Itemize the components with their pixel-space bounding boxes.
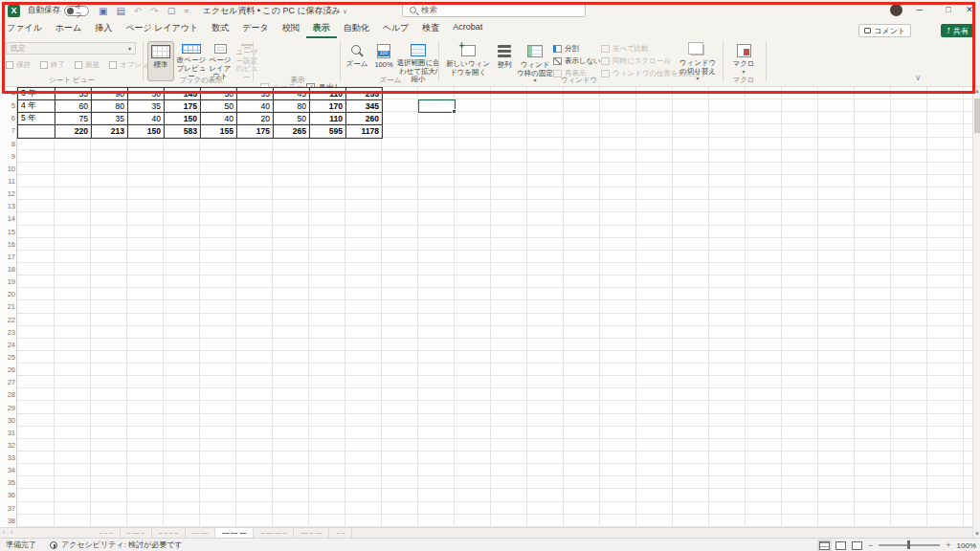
scroll-up-icon[interactable]: ▲: [973, 88, 980, 94]
menu-tab-データ[interactable]: データ: [235, 20, 275, 38]
row-header-18[interactable]: 18: [0, 263, 15, 276]
row-header-24[interactable]: 24: [0, 339, 15, 351]
cell-value[interactable]: 45: [274, 88, 310, 100]
row-header-23[interactable]: 23: [0, 326, 15, 339]
menu-tab-表示[interactable]: 表示: [306, 20, 337, 38]
save-icon[interactable]: ▣: [99, 6, 107, 16]
cell-value[interactable]: 595: [310, 125, 346, 138]
zoom-level[interactable]: 100%: [957, 541, 976, 550]
share-button[interactable]: ⤴ 共有: [941, 24, 974, 37]
row-header-20[interactable]: 20: [0, 288, 15, 300]
menu-tab-ホーム[interactable]: ホーム: [49, 20, 88, 38]
row-header-28[interactable]: 28: [0, 388, 15, 401]
cell-value[interactable]: 40: [201, 113, 237, 125]
customize-qat-icon[interactable]: =: [184, 6, 189, 15]
cell-value[interactable]: 50: [201, 100, 237, 113]
row-header-16[interactable]: 16: [0, 238, 15, 251]
menu-tab-挿入[interactable]: 挿入: [88, 20, 119, 38]
row-header-11[interactable]: 11: [0, 175, 15, 187]
cell-value[interactable]: 60: [56, 100, 92, 113]
cell-value[interactable]: 213: [92, 125, 128, 138]
scroll-down-icon[interactable]: ▼: [973, 531, 980, 537]
cell-value[interactable]: 75: [56, 113, 92, 125]
cell-value[interactable]: 145: [165, 88, 201, 100]
menu-tab-検査[interactable]: 検査: [415, 20, 446, 38]
row-header-33[interactable]: 33: [0, 452, 15, 464]
vertical-scrollbar[interactable]: ▲ ▼: [972, 87, 980, 538]
row-header-32[interactable]: 32: [0, 439, 15, 452]
row-header-15[interactable]: 15: [0, 226, 15, 238]
cell-value[interactable]: 175: [165, 100, 201, 113]
row-header-19[interactable]: 19: [0, 276, 15, 288]
cell-value[interactable]: 583: [165, 125, 201, 138]
zoom-out-icon[interactable]: −: [868, 540, 873, 550]
cell-value[interactable]: 170: [310, 100, 346, 113]
sheet-tab-8[interactable]: – –: [329, 528, 352, 538]
cell-value[interactable]: 110: [310, 113, 346, 125]
normal-view-icon[interactable]: [819, 541, 830, 550]
zoom-slider[interactable]: [879, 544, 940, 546]
comments-button[interactable]: コメント: [858, 24, 911, 37]
switch-windows-button[interactable]: ウィンドウの切り替え ▾: [676, 41, 720, 82]
row-header-13[interactable]: 13: [0, 200, 15, 212]
macros-button[interactable]: マクロ ▾: [727, 41, 760, 76]
cell-value[interactable]: 30: [128, 88, 165, 100]
cell-value[interactable]: 155: [201, 125, 237, 138]
row-header-29[interactable]: 29: [0, 402, 15, 414]
cell-value[interactable]: 255: [346, 88, 383, 100]
hide-button[interactable]: 表示しない: [553, 55, 601, 67]
menu-tab-Acrobat[interactable]: Acrobat: [446, 20, 489, 38]
row-header-22[interactable]: 22: [0, 314, 15, 326]
cell-value[interactable]: 40: [237, 100, 274, 113]
cell-value[interactable]: 80: [274, 100, 310, 113]
row-header-4[interactable]: 4: [0, 87, 15, 99]
zoom-slider-thumb[interactable]: [907, 540, 910, 549]
row-header-21[interactable]: 21: [0, 300, 15, 313]
row-header-34[interactable]: 34: [0, 464, 15, 476]
print-icon[interactable]: ▤: [116, 6, 124, 16]
cell-value[interactable]: 35: [92, 113, 128, 125]
zoom-zoom100-button[interactable]: 100%: [371, 41, 396, 70]
search-input[interactable]: 検索: [402, 3, 586, 17]
zoom-magnifier-button[interactable]: ズーム: [345, 41, 369, 69]
document-title[interactable]: エクセル資料 • この PC に保存済み ∨: [202, 5, 346, 17]
sheet-nav-left-icon[interactable]: ‹: [0, 528, 8, 538]
cell-value[interactable]: 1178: [346, 125, 383, 138]
row-header-8[interactable]: 8: [0, 138, 15, 150]
sheet-tab-2[interactable]: – –– –: [121, 528, 152, 538]
row-header-36[interactable]: 36: [0, 489, 15, 501]
sheet-tab-7[interactable]: –– – ––: [294, 528, 329, 538]
menu-tab-自動化[interactable]: 自動化: [337, 20, 376, 38]
cell-label[interactable]: [18, 125, 56, 138]
page-layout-view-icon[interactable]: [835, 541, 846, 550]
cell-value[interactable]: 220: [56, 125, 92, 138]
row-header-5[interactable]: 5: [0, 99, 15, 112]
cell-value[interactable]: 265: [274, 125, 310, 138]
newwindow-button[interactable]: 新しいウィンドウを開く: [446, 41, 490, 77]
cell-label[interactable]: 3 年: [18, 88, 56, 100]
undo-icon[interactable]: ↶: [134, 6, 142, 16]
user-avatar[interactable]: [890, 4, 902, 16]
row-header-30[interactable]: 30: [0, 414, 15, 427]
row-header-12[interactable]: 12: [0, 187, 15, 200]
split-button[interactable]: 分割: [553, 43, 601, 55]
cell-value[interactable]: 35: [128, 100, 165, 113]
menu-tab-ファイル[interactable]: ファイル: [0, 20, 49, 38]
close-button[interactable]: ✕: [957, 0, 980, 19]
cell-value[interactable]: 260: [346, 113, 383, 125]
row-headers[interactable]: 4567891011121314151617181920212223242526…: [0, 87, 17, 527]
cell-value[interactable]: 50: [274, 113, 310, 125]
zoom-in-icon[interactable]: +: [946, 540, 950, 550]
cell-value[interactable]: 80: [92, 100, 128, 113]
row-header-9[interactable]: 9: [0, 150, 15, 163]
cell-value[interactable]: 175: [237, 125, 274, 138]
row-header-27[interactable]: 27: [0, 376, 15, 388]
selected-cell[interactable]: [418, 99, 456, 113]
menu-tab-ページ レイアウト[interactable]: ページ レイアウト: [119, 20, 205, 38]
sheet-tab-6[interactable]: – –– –– –: [254, 528, 294, 538]
scrollbar-thumb[interactable]: [974, 99, 980, 133]
row-header-25[interactable]: 25: [0, 351, 15, 364]
sheet-nav-right-icon[interactable]: ›: [8, 528, 15, 538]
cell-value[interactable]: 55: [56, 88, 92, 100]
collapse-ribbon-icon[interactable]: ∨: [915, 74, 921, 82]
